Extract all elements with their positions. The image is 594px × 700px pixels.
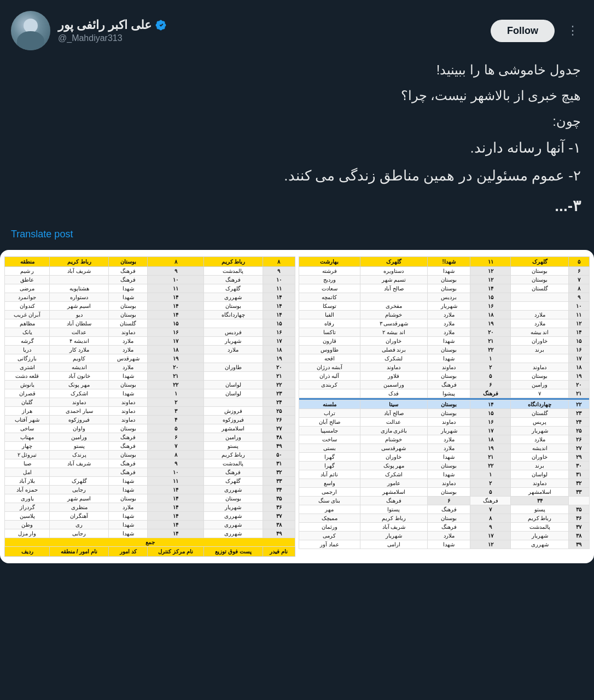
cell: ۲۷ [568, 444, 589, 453]
cell: ۱۴ [263, 293, 295, 302]
cell: ۱۴ [148, 503, 204, 512]
cell: مرضی [5, 284, 50, 293]
cell: ۱۶ [470, 418, 511, 427]
cell: ۱۴ [148, 529, 204, 538]
cell: قارون [299, 337, 360, 346]
cell: فرشته [299, 267, 360, 276]
cell: ملارد [511, 435, 569, 444]
cell: ۱۲ [470, 276, 511, 284]
table-row: آبشه درژان دماوند دماوند ۲ دماوند ۱۸ [299, 363, 590, 372]
cell: ۴۹ [263, 442, 295, 451]
cell: شهدا [428, 540, 470, 549]
cell: آهنگران [50, 512, 109, 521]
cell: ۱۶ [263, 328, 295, 337]
cell: ۱۰ [263, 276, 295, 284]
cell: لواسان [511, 470, 569, 479]
cell: ۱۶ [470, 302, 511, 311]
cell: وردیج [299, 276, 360, 284]
cell: شهریار [360, 532, 428, 540]
cell: خانون آباد [50, 372, 109, 381]
cell: بوستان [204, 494, 263, 503]
cell: شهدا [109, 284, 148, 293]
table-row: کربندی وراسمین فرهنگ ۶ ورامین ۲۰ [299, 381, 590, 389]
cell: ملارد [109, 346, 148, 354]
table-row: عاطق فرهنگ ۱۰ فرهنگ ۱۰ [5, 276, 295, 284]
cell: اندیشه [511, 444, 569, 453]
cell: ۳۲ [568, 479, 589, 488]
follow-button[interactable]: Follow [491, 20, 555, 42]
cell: دماوند [109, 328, 148, 337]
cell: شهریار [204, 337, 263, 346]
cell: ملارد [109, 363, 148, 372]
cell: ۳۵ [568, 505, 589, 514]
translate-link[interactable]: Translate post [11, 229, 583, 240]
cell: دریا [5, 346, 50, 354]
cell: فرهنگ [470, 389, 511, 398]
cell: اسلامشهر [204, 424, 263, 433]
cell: ۶ [428, 497, 470, 505]
cell: گلستان [109, 319, 148, 328]
cell: ۳۸ [568, 532, 589, 540]
cell: ۴۹ [263, 529, 295, 538]
more-options-button[interactable]: ⋮ [562, 21, 583, 40]
col-header-right-2: گلهرک [360, 257, 428, 267]
cell: وراسمین [360, 381, 428, 389]
table-row: تاکسا اند بیشه ۲ ملارد ۲۰ اند بیشه ۱۴ [299, 328, 590, 337]
table-row: یانک عدالت دماوند ۱۶ فردیس ۱۶ [5, 328, 295, 337]
cell: فروزش [204, 407, 263, 416]
cell: باغری مازی [360, 427, 428, 435]
cell: عدالت [50, 328, 109, 337]
cell: ۱ [148, 389, 204, 398]
cell: ۲۰ [470, 328, 511, 337]
cell: دماوند [428, 363, 470, 372]
cell: ۱۴ [148, 311, 204, 319]
cell: خاوران [511, 337, 569, 346]
table-row: گردراز منظری ملارد ۱۴ شهریار ۳۶ [5, 503, 295, 512]
cell: پستوا [360, 505, 428, 514]
cell: آلبه ذران [299, 372, 360, 381]
cell: ۲۲ [470, 462, 511, 470]
cell: دماوند [109, 398, 148, 407]
cell: ۳۵ [263, 494, 295, 503]
cell: کرمی [299, 532, 360, 540]
table-row: تراب صالح آباد بوستان ۱۵ گلستان ۲۳ [299, 409, 590, 418]
cell: ورامین [50, 433, 109, 442]
cell: بوستان [428, 372, 470, 381]
cell: ۲۷ [263, 424, 295, 433]
cell: ۱۴ [470, 284, 511, 293]
cell: ملارد [109, 337, 148, 346]
cell: بوستان [109, 381, 148, 389]
cell: آبران غریب [5, 311, 50, 319]
table-row: وردیج تسیم شهر بوستان ۱۲ بوستان ۷ [299, 276, 590, 284]
cell: مهر پونک [360, 462, 428, 470]
cell: واوان [50, 424, 109, 433]
cell: بوستان [109, 451, 148, 459]
cell: نائم آباد [299, 470, 360, 479]
tweet-card: علی اکبر رائفی پور @_Mahdiyar313 Follow … [0, 0, 594, 563]
cell: هشتاپویه [50, 284, 109, 293]
cell: آبشه درژان [299, 363, 360, 372]
table-row: هراز سیار احمدی دماوند ۳ فروزش ۲۵ [5, 407, 295, 416]
cell: خاوران [360, 453, 428, 462]
avatar [11, 11, 50, 50]
cell: ۳۴ [511, 497, 569, 505]
cell: ۱۴ [148, 521, 204, 529]
cell: گلستان [511, 284, 569, 293]
cell: مهر [299, 505, 360, 514]
cell [360, 293, 428, 302]
cell: بلار آباد [5, 477, 50, 486]
cell: ۹ [148, 267, 204, 276]
table-row: آبران غریب دیو بوستان ۱۴ چهاردانگاه ۱۴ [5, 311, 295, 319]
cell: بوستان [511, 267, 569, 276]
table-row: توسکا مفخری شهریار ۱۶ ۱۰ [299, 302, 590, 311]
cell: اسلامشهر [511, 488, 569, 497]
tweet-line-4: ۱- آنها رسانه دارند. [13, 136, 581, 160]
col-header-right-3: شهدا! [428, 257, 470, 267]
cell: اشکرک [50, 389, 109, 398]
cell: فرهنگ [109, 433, 148, 442]
cell: بوستان [428, 409, 470, 418]
cell: چهاردانگاه [204, 311, 263, 319]
table-row: چهار پستو فرهنگ ۷ پستو ۴۹ [5, 442, 295, 451]
cell: ۳۸ [263, 521, 295, 529]
cell: ۱۵ [148, 319, 204, 328]
